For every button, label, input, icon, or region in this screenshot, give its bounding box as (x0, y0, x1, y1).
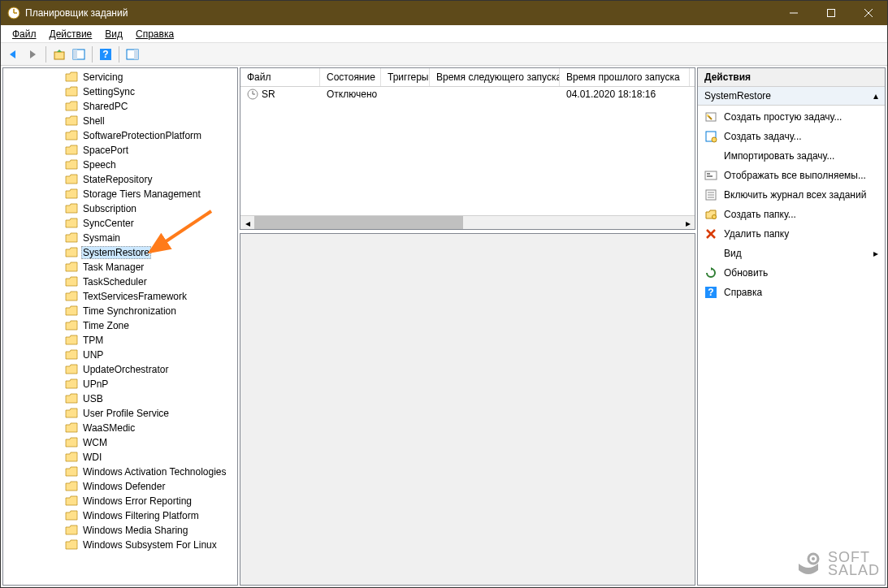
svg-rect-4 (828, 10, 835, 17)
action-label: Создать задачу... (724, 131, 802, 142)
tree-item[interactable]: Windows Activation Technologies (3, 465, 237, 479)
svg-rect-23 (707, 175, 713, 177)
action-item[interactable]: ?Справка (698, 283, 885, 302)
tree-item[interactable]: Windows Filtering Platform (3, 508, 237, 523)
action-item[interactable]: Вид▸ (698, 244, 885, 263)
action-item[interactable]: Удалить папку (698, 224, 885, 244)
show-hide-actions-button[interactable] (123, 45, 141, 63)
action-label: Создать простую задачу... (724, 111, 842, 123)
horizontal-scrollbar[interactable]: ◂ ▸ (240, 215, 695, 229)
tree-item-label: WDI (81, 452, 103, 463)
tree-item[interactable]: Storage Tiers Management (3, 187, 237, 201)
scroll-right-arrow[interactable]: ▸ (681, 216, 695, 230)
tree-item[interactable]: Windows Defender (3, 479, 237, 494)
action-item[interactable]: Создать папку... (698, 205, 885, 224)
tree-item[interactable]: TPM (3, 333, 237, 348)
separator (45, 46, 46, 63)
up-button[interactable] (50, 45, 68, 63)
content-area: ServicingSettingSyncSharedPCShellSoftwar… (1, 66, 887, 587)
forward-button[interactable] (24, 45, 41, 63)
collapse-icon: ▴ (873, 90, 878, 102)
folder-tree[interactable]: ServicingSettingSyncSharedPCShellSoftwar… (3, 68, 237, 554)
svg-rect-17 (706, 113, 716, 121)
tree-item-label: UpdateOrchestrator (81, 364, 170, 375)
tree-item[interactable]: TaskScheduler (3, 275, 237, 289)
blank-icon (704, 247, 717, 260)
tree-item-label: SoftwareProtectionPlatform (81, 130, 203, 141)
tree-item-label: User Profile Service (81, 408, 171, 419)
action-label: Обновить (724, 267, 768, 279)
tree-item-label: WCM (81, 437, 109, 448)
delete-icon (704, 227, 717, 240)
tree-item[interactable]: SyncCenter (3, 216, 237, 231)
running-icon (704, 169, 717, 182)
task-row[interactable]: SRОтключено04.01.2020 18:18:16 (240, 87, 695, 102)
tree-item-label: TaskScheduler (81, 276, 149, 288)
column-header[interactable]: Состояние (320, 68, 381, 86)
tree-item[interactable]: WaaSMedic (3, 421, 237, 435)
tree-item[interactable]: Windows Subsystem For Linux (3, 538, 237, 552)
minimize-button[interactable] (775, 1, 812, 25)
tree-item[interactable]: Task Manager (3, 260, 237, 275)
action-item[interactable]: Создать задачу... (698, 127, 885, 146)
tree-item[interactable]: SettingSync (3, 84, 237, 99)
action-item[interactable]: Обновить (698, 263, 885, 283)
tree-item-label: SpacePort (81, 145, 130, 156)
blank-icon (704, 149, 717, 162)
close-button[interactable] (850, 1, 887, 25)
svg-point-28 (713, 215, 717, 219)
task-list-header[interactable]: ФайлСостояниеТриггерыВремя следующего за… (240, 68, 695, 87)
action-item[interactable]: Импортировать задачу... (698, 146, 885, 166)
tree-item-label: TPM (81, 335, 105, 346)
tree-item[interactable]: Windows Error Reporting (3, 494, 237, 508)
tree-item[interactable]: Windows Media Sharing (3, 523, 237, 538)
maximize-button[interactable] (812, 1, 850, 25)
tree-item[interactable]: USB (3, 391, 237, 406)
tree-item[interactable]: Speech (3, 158, 237, 172)
column-header[interactable]: Время следующего запуска (430, 68, 560, 86)
tree-item[interactable]: Subscription (3, 201, 237, 216)
chevron-right-icon: ▸ (873, 248, 878, 259)
menu-view[interactable]: Вид (98, 27, 129, 41)
wand-icon (704, 110, 717, 123)
tree-item[interactable]: UpdateOrchestrator (3, 362, 237, 377)
menu-help[interactable]: Справка (129, 27, 180, 41)
action-item[interactable]: Отображать все выполняемы... (698, 166, 885, 185)
tree-item-label: USB (81, 393, 105, 404)
column-header[interactable]: Файл (240, 68, 320, 86)
tree-item[interactable]: TextServicesFramework (3, 289, 237, 304)
tree-item[interactable]: UNP (3, 348, 237, 362)
tree-item[interactable]: Time Zone (3, 318, 237, 333)
help-button[interactable]: ? (97, 45, 115, 63)
tree-item[interactable]: WDI (3, 450, 237, 465)
refresh-icon (704, 266, 717, 279)
menu-file[interactable]: Файл (6, 27, 43, 41)
tree-item[interactable]: SharedPC (3, 99, 237, 114)
action-label: Удалить папку (724, 228, 789, 240)
actions-context[interactable]: SystemRestore ▴ (698, 87, 885, 106)
tree-item[interactable]: User Profile Service (3, 406, 237, 421)
column-header[interactable]: Триггеры (381, 68, 430, 86)
tree-item[interactable]: Sysmain (3, 231, 237, 245)
action-item[interactable]: Создать простую задачу... (698, 107, 885, 127)
back-button[interactable] (4, 45, 22, 63)
tree-item[interactable]: SpacePort (3, 143, 237, 158)
svg-rect-7 (54, 52, 64, 59)
scroll-left-arrow[interactable]: ◂ (240, 216, 254, 230)
tree-item[interactable]: StateRepository (3, 172, 237, 187)
action-label: Справка (724, 287, 762, 298)
tree-item[interactable]: WCM (3, 435, 237, 450)
tree-item[interactable]: Shell (3, 114, 237, 128)
column-header[interactable]: Время прошлого запуска (560, 68, 690, 86)
center-panel: ФайлСостояниеТриггерыВремя следующего за… (240, 67, 695, 586)
action-label: Отображать все выполняемы... (724, 170, 866, 181)
tree-item[interactable]: UPnP (3, 377, 237, 391)
task-list-rows[interactable]: SRОтключено04.01.2020 18:18:16 (240, 87, 695, 215)
action-item[interactable]: Включить журнал всех заданий (698, 185, 885, 205)
menu-action[interactable]: Действие (43, 27, 99, 41)
show-hide-tree-button[interactable] (70, 45, 88, 63)
tree-item[interactable]: Servicing (3, 70, 237, 84)
tree-item[interactable]: Time Synchronization (3, 304, 237, 318)
tree-item[interactable]: SystemRestore (3, 245, 237, 260)
tree-item[interactable]: SoftwareProtectionPlatform (3, 128, 237, 143)
